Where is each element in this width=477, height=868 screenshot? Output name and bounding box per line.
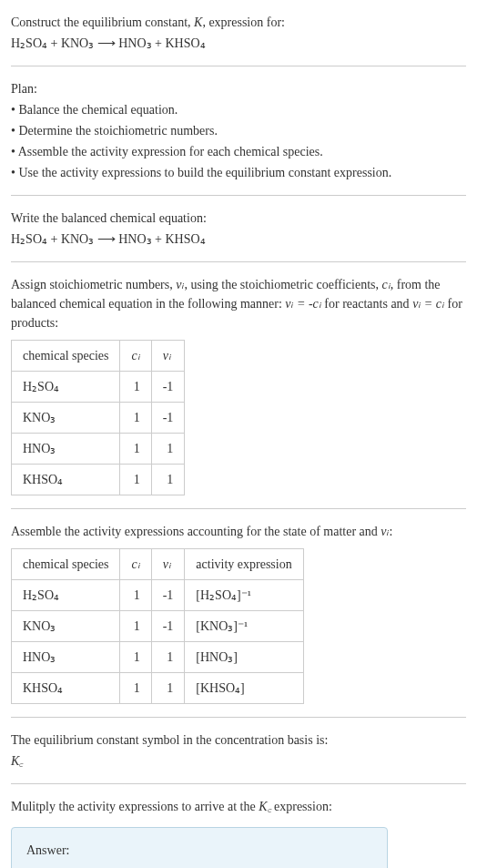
cell-ci: 1	[120, 465, 151, 495]
cell-activity: [HNO₃]	[185, 642, 303, 673]
answer-box: Answer: K꜀ = [H₂SO₄]⁻¹ [KNO₃]⁻¹ [HNO₃] […	[11, 827, 388, 868]
divider	[11, 508, 466, 509]
balanced-heading: Write the balanced chemical equation:	[11, 209, 466, 228]
table-row: KHSO₄11	[12, 465, 185, 495]
assemble-t-a: Assemble the activity expressions accoun…	[11, 525, 381, 538]
title-line: Construct the equilibrium constant, K, e…	[11, 13, 466, 32]
plan-section: Plan: • Balance the chemical equation. •…	[11, 79, 466, 182]
table-row: KNO₃1-1[KNO₃]⁻¹	[12, 611, 304, 642]
plan-item: • Balance the chemical equation.	[11, 100, 466, 119]
title-equation: H₂SO₄ + KNO₃ ⟶ HNO₃ + KHSO₄	[11, 34, 466, 53]
cell-species: H₂SO₄	[12, 580, 120, 611]
th-species: chemical species	[12, 341, 120, 372]
cell-species: HNO₃	[12, 642, 120, 673]
cell-species: KNO₃	[12, 403, 120, 434]
balanced-equation: H₂SO₄ + KNO₃ ⟶ HNO₃ + KHSO₄	[11, 230, 466, 249]
multiply-section: Mulitply the activity expressions to arr…	[11, 797, 466, 868]
title-K: K	[194, 15, 202, 29]
assign-t-b: , using the stoichiometric coefficients,	[184, 278, 381, 291]
table-row: KNO₃1-1	[12, 403, 185, 434]
cell-ci: 1	[120, 673, 151, 704]
symbol-line: The equilibrium constant symbol in the c…	[11, 730, 466, 750]
cell-species: KHSO₄	[12, 673, 120, 704]
cell-activity: [KNO₃]⁻¹	[185, 611, 303, 642]
cell-nui: -1	[151, 580, 185, 611]
balanced-section: Write the balanced chemical equation: H₂…	[11, 209, 466, 249]
assign-t-a: Assign stoichiometric numbers,	[11, 278, 176, 291]
symbol-kc: K꜀	[11, 751, 466, 771]
title-section: Construct the equilibrium constant, K, e…	[11, 13, 466, 53]
cell-species: KNO₃	[12, 611, 120, 642]
table-row: H₂SO₄1-1[H₂SO₄]⁻¹	[12, 580, 304, 611]
assign-section: Assign stoichiometric numbers, νᵢ, using…	[11, 275, 466, 495]
cell-nui: -1	[151, 611, 185, 642]
title-post: , expression for:	[202, 15, 285, 29]
cell-ci: 1	[120, 434, 151, 465]
cell-ci: 1	[120, 642, 151, 673]
cell-nui: -1	[151, 372, 185, 403]
cell-species: H₂SO₄	[12, 372, 120, 403]
assign-ci: cᵢ	[382, 278, 391, 291]
stoich-table: chemical species cᵢ νᵢ H₂SO₄1-1 KNO₃1-1 …	[11, 340, 185, 495]
divider	[11, 717, 466, 718]
divider	[11, 783, 466, 784]
assemble-t-b: :	[390, 525, 393, 538]
title-pre: Construct the equilibrium constant,	[11, 15, 194, 29]
table-row: HNO₃11[HNO₃]	[12, 642, 304, 673]
cell-nui: 1	[151, 465, 185, 495]
divider	[11, 195, 466, 196]
table-header-row: chemical species cᵢ νᵢ activity expressi…	[12, 549, 304, 580]
plan-item: • Use the activity expressions to build …	[11, 163, 466, 182]
multiply-kc: K꜀	[259, 800, 270, 813]
cell-ci: 1	[120, 372, 151, 403]
cell-ci: 1	[120, 580, 151, 611]
plan-item: • Determine the stoichiometric numbers.	[11, 121, 466, 140]
th-ci: cᵢ	[120, 549, 151, 580]
th-activity: activity expression	[185, 549, 303, 580]
activity-table: chemical species cᵢ νᵢ activity expressi…	[11, 548, 304, 704]
cell-species: HNO₃	[12, 434, 120, 465]
plan-item: • Assemble the activity expression for e…	[11, 142, 466, 161]
assign-t-d: for reactants and	[321, 297, 412, 311]
cell-nui: 1	[151, 434, 185, 465]
cell-species: KHSO₄	[12, 465, 120, 495]
multiply-text: Mulitply the activity expressions to arr…	[11, 797, 466, 816]
answer-label: Answer:	[26, 841, 372, 860]
th-ci: cᵢ	[120, 341, 151, 372]
cell-activity: [H₂SO₄]⁻¹	[185, 580, 303, 611]
assign-rel1: νᵢ = -cᵢ	[285, 297, 321, 311]
assemble-nu: νᵢ	[381, 525, 389, 538]
symbol-section: The equilibrium constant symbol in the c…	[11, 730, 466, 771]
cell-nui: 1	[151, 642, 185, 673]
divider	[11, 66, 466, 66]
cell-nui: 1	[151, 673, 185, 704]
assemble-text: Assemble the activity expressions accoun…	[11, 522, 466, 541]
multiply-t-b: expression:	[271, 800, 332, 813]
assign-text: Assign stoichiometric numbers, νᵢ, using…	[11, 275, 466, 332]
table-header-row: chemical species cᵢ νᵢ	[12, 341, 185, 372]
table-row: HNO₃11	[12, 434, 185, 465]
th-nui: νᵢ	[151, 549, 185, 580]
th-species: chemical species	[12, 549, 120, 580]
th-nui: νᵢ	[151, 341, 185, 372]
multiply-t-a: Mulitply the activity expressions to arr…	[11, 800, 259, 813]
assemble-section: Assemble the activity expressions accoun…	[11, 522, 466, 704]
cell-activity: [KHSO₄]	[185, 673, 303, 704]
table-row: H₂SO₄1-1	[12, 372, 185, 403]
table-row: KHSO₄11[KHSO₄]	[12, 673, 304, 704]
cell-ci: 1	[120, 403, 151, 434]
cell-nui: -1	[151, 403, 185, 434]
cell-ci: 1	[120, 611, 151, 642]
divider	[11, 261, 466, 262]
plan-heading: Plan:	[11, 79, 466, 98]
assign-rel2: νᵢ = cᵢ	[412, 297, 444, 311]
